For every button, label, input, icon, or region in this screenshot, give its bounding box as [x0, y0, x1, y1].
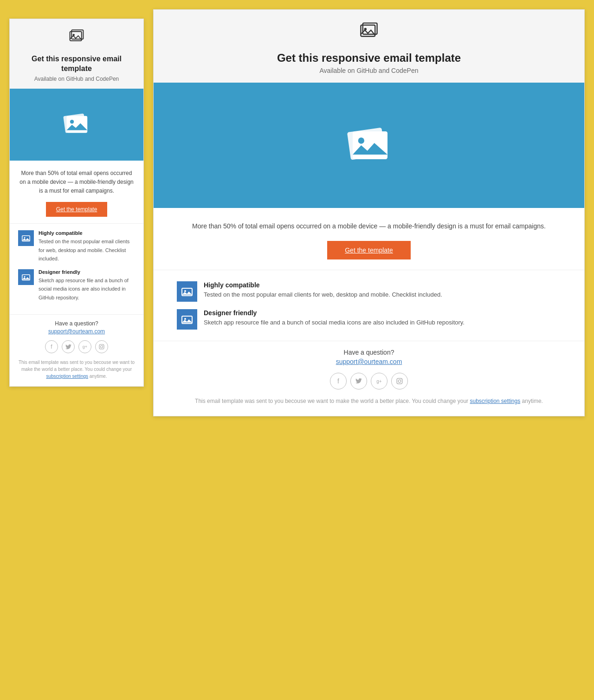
mobile-top-icon: [68, 27, 85, 44]
desktop-feature-title-1: Highly compatible: [204, 281, 442, 289]
svg-rect-12: [99, 344, 104, 349]
desktop-question: Have a question?: [177, 349, 561, 356]
mobile-body-text: More than 50% of total email opens occur…: [18, 169, 135, 196]
mobile-gplus-icon[interactable]: g+: [78, 340, 91, 353]
mobile-feature-title-1: Highly compatible: [39, 230, 135, 236]
desktop-title-area: Get this responsive email template Avail…: [154, 48, 584, 83]
feature-image-icon-1: [22, 234, 30, 242]
mobile-feature-desc-2: Sketch app resource file and a bunch of …: [39, 278, 129, 300]
desktop-feature-image-icon-2: [181, 314, 193, 325]
mobile-question: Have a question?: [18, 320, 135, 327]
desktop-facebook-icon[interactable]: f: [330, 373, 347, 389]
desktop-hero-icon: [341, 122, 397, 169]
desktop-body-text: More than 50% of total email opens occur…: [181, 221, 556, 232]
desktop-feature-image-icon-1: [181, 286, 193, 297]
desktop-card: Get this responsive email template Avail…: [153, 9, 585, 416]
desktop-body-section: More than 50% of total email opens occur…: [154, 208, 584, 270]
desktop-features-section: Highly compatible Tested on the most pop…: [154, 270, 584, 341]
desktop-footer-note: This email template was sent to you beco…: [177, 397, 561, 406]
mobile-feature-text-2: Designer friendly Sketch app resource fi…: [39, 269, 135, 302]
desktop-social-icons: f g+: [177, 373, 561, 389]
desktop-subtitle: Available on GitHub and CodePen: [172, 67, 566, 74]
desktop-title: Get this responsive email template: [172, 52, 566, 65]
svg-rect-15: [397, 378, 402, 384]
mobile-title-area: Get this responsive email template Avail…: [10, 51, 143, 89]
mobile-feature-desc-1: Tested on the most popular email clients…: [39, 239, 129, 261]
mobile-body-section: More than 50% of total email opens occur…: [10, 161, 143, 224]
desktop-feature-item-2: Designer friendly Sketch app resource fi…: [177, 309, 561, 330]
mobile-social-icons: f g+: [18, 340, 135, 353]
mobile-footer-section: Have a question? support@ourteam.com f g…: [10, 314, 143, 386]
svg-point-14: [103, 345, 103, 346]
desktop-twitter-icon[interactable]: [350, 373, 367, 389]
mobile-feature-title-2: Designer friendly: [39, 269, 135, 275]
mobile-feature-icon-2: [18, 269, 34, 285]
mobile-twitter-icon[interactable]: [62, 340, 75, 353]
mobile-hero-banner: [10, 89, 143, 161]
desktop-subscription-link[interactable]: subscription settings: [470, 398, 520, 404]
mobile-feature-item-2: Designer friendly Sketch app resource fi…: [18, 269, 135, 302]
mobile-email-link[interactable]: support@ourteam.com: [18, 328, 135, 335]
mobile-hero-icon: [60, 111, 93, 138]
mobile-subtitle: Available on GitHub and CodePen: [19, 76, 134, 82]
mobile-instagram-icon[interactable]: [95, 340, 108, 353]
feature-image-icon-2: [22, 273, 30, 281]
mobile-subscription-link[interactable]: subscription settings: [46, 374, 88, 379]
desktop-feature-text-1: Highly compatible Tested on the most pop…: [204, 281, 442, 299]
mobile-title: Get this responsive email template: [19, 54, 134, 74]
desktop-instagram-icon[interactable]: [391, 373, 408, 389]
svg-point-17: [401, 379, 401, 380]
desktop-feature-item-1: Highly compatible Tested on the most pop…: [177, 281, 561, 302]
desktop-feature-desc-1: Tested on the most popular email clients…: [204, 291, 442, 298]
desktop-footer-section: Have a question? support@ourteam.com f g…: [154, 341, 584, 416]
mobile-features-section: Highly compatible Tested on the most pop…: [10, 223, 143, 314]
mobile-card: Get this responsive email template Avail…: [9, 19, 144, 387]
svg-point-13: [101, 346, 103, 348]
mobile-feature-icon-1: [18, 230, 34, 246]
mobile-feature-item-1: Highly compatible Tested on the most pop…: [18, 230, 135, 263]
mobile-footer-note: This email template was sent to you beco…: [18, 359, 135, 380]
mobile-cta-button[interactable]: Get the template: [46, 202, 108, 217]
desktop-hero-banner: [154, 83, 584, 208]
desktop-gplus-icon[interactable]: g+: [371, 373, 387, 389]
svg-point-16: [398, 380, 401, 382]
outer-wrapper: Get this responsive email template Avail…: [9, 9, 585, 416]
desktop-email-link[interactable]: support@ourteam.com: [177, 358, 561, 365]
desktop-top-icon: [359, 20, 379, 40]
mobile-top-icon-area: [10, 19, 143, 51]
desktop-feature-icon-2: [177, 309, 197, 330]
desktop-feature-icon-1: [177, 281, 197, 302]
mobile-facebook-icon[interactable]: f: [45, 340, 58, 353]
desktop-top-icon-area: [154, 10, 584, 48]
desktop-feature-title-2: Designer friendly: [204, 309, 465, 317]
desktop-feature-desc-2: Sketch app resource file and a bunch of …: [204, 319, 465, 326]
mobile-feature-text-1: Highly compatible Tested on the most pop…: [39, 230, 135, 263]
desktop-feature-text-2: Designer friendly Sketch app resource fi…: [204, 309, 465, 327]
desktop-cta-button[interactable]: Get the template: [327, 241, 411, 259]
